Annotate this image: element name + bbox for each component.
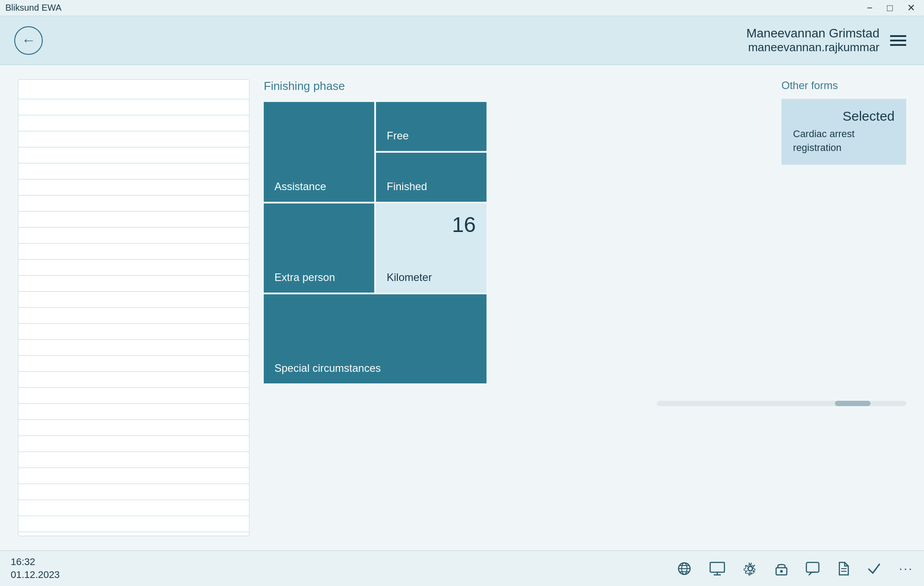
close-button[interactable]: ✕ — [904, 2, 919, 14]
time-display: 16:32 — [11, 556, 60, 569]
titlebar: Bliksund EWA − □ ✕ — [0, 0, 924, 16]
restore-button[interactable]: □ — [883, 2, 896, 14]
scroll-area[interactable] — [657, 401, 906, 406]
assistance-label: Assistance — [274, 180, 364, 193]
window-controls: − □ ✕ — [863, 2, 919, 14]
kilometer-label: Kilometer — [387, 271, 476, 284]
taskbar-icons: ··· — [677, 562, 913, 576]
form-card-name: Cardiac arrest registration — [793, 127, 895, 155]
user-name: Maneevannan Grimstad — [746, 26, 879, 41]
document-icon-button[interactable] — [838, 562, 849, 576]
special-circumstances-label: Special circumstances — [274, 362, 476, 374]
lined-paper — [18, 80, 249, 536]
selected-label: Selected — [793, 109, 895, 124]
taskbar-time: 16:32 01.12.2023 — [11, 556, 60, 581]
lock-icon-button[interactable] — [775, 562, 788, 576]
scroll-thumb[interactable] — [835, 401, 871, 406]
main-content: Finishing phase Assistance Free Finished… — [0, 65, 924, 550]
menu-button[interactable] — [887, 32, 910, 49]
cardiac-arrest-form-card[interactable]: Selected Cardiac arrest registration — [781, 99, 906, 165]
tile-special-circumstances[interactable]: Special circumstances — [264, 294, 487, 383]
svg-point-9 — [748, 566, 752, 571]
svg-point-11 — [780, 570, 783, 573]
tile-assistance[interactable]: Assistance — [264, 102, 374, 202]
header: ← Maneevannan Grimstad maneevannan.rajku… — [0, 16, 924, 65]
free-label: Free — [387, 130, 476, 142]
finishing-phase-panel: Finishing phase Assistance Free Finished… — [264, 79, 767, 536]
user-info: Maneevannan Grimstad maneevannan.rajkumm… — [746, 26, 879, 54]
tile-free[interactable]: Free — [376, 102, 487, 151]
left-panel — [18, 79, 249, 536]
menu-line-1 — [890, 35, 906, 37]
display-icon-button[interactable] — [709, 562, 725, 576]
other-forms-panel: Other forms Selected Cardiac arrest regi… — [781, 79, 906, 536]
svg-rect-5 — [710, 562, 724, 572]
header-right: Maneevannan Grimstad maneevannan.rajkumm… — [746, 26, 910, 54]
app-title: Bliksund EWA — [5, 3, 61, 13]
back-icon: ← — [21, 32, 36, 49]
tile-kilometer[interactable]: 16 Kilometer — [376, 203, 487, 293]
extra-person-label: Extra person — [274, 271, 364, 284]
check-icon-button[interactable] — [867, 562, 881, 576]
kilometer-value: 16 — [387, 212, 476, 237]
menu-line-3 — [890, 44, 906, 46]
back-button[interactable]: ← — [14, 26, 43, 55]
date-display: 01.12.2023 — [11, 569, 60, 582]
menu-line-2 — [890, 40, 906, 41]
user-login: maneevannan.rajkummar — [746, 41, 879, 54]
globe-icon-button[interactable] — [677, 562, 691, 576]
tile-extra-person[interactable]: Extra person — [264, 203, 374, 293]
finished-label: Finished — [387, 180, 476, 193]
more-button[interactable]: ··· — [899, 562, 913, 576]
finishing-phase-title: Finishing phase — [264, 79, 767, 93]
tile-finished[interactable]: Finished — [376, 153, 487, 202]
other-forms-title: Other forms — [781, 79, 906, 92]
tiles-grid: Assistance Free Finished Extra person 16… — [264, 102, 487, 383]
settings-icon-button[interactable] — [743, 562, 757, 576]
chat-icon-button[interactable] — [805, 562, 820, 576]
svg-rect-12 — [806, 562, 819, 572]
minimize-button[interactable]: − — [863, 2, 876, 14]
taskbar: 16:32 01.12.2023 — [0, 550, 924, 586]
